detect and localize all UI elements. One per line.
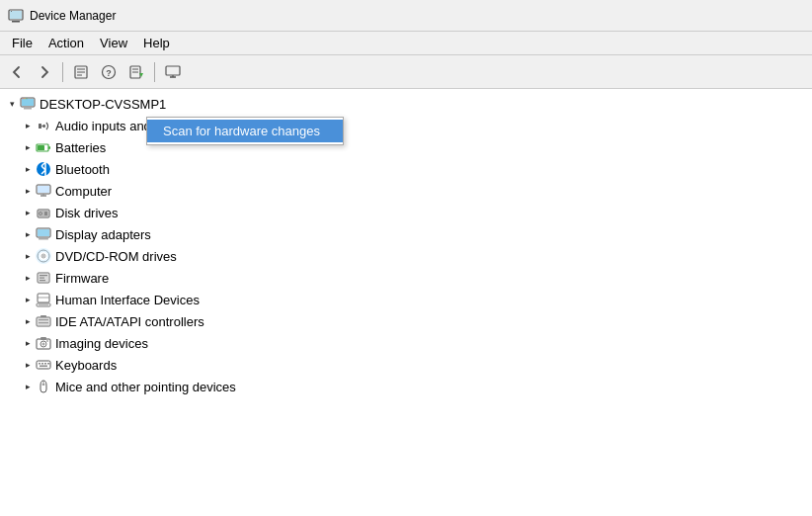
svg-point-22 <box>27 98 28 99</box>
menu-action[interactable]: Action <box>41 34 92 52</box>
disk-icon <box>36 205 51 220</box>
svg-rect-66 <box>47 363 49 365</box>
tree-item-imaging[interactable]: Imaging devices <box>0 332 812 354</box>
ide-icon <box>36 313 51 329</box>
svg-rect-45 <box>40 275 47 276</box>
device-manager-icon <box>8 8 24 24</box>
tree-item-bluetooth[interactable]: Bluetooth <box>0 158 812 180</box>
display-button[interactable] <box>160 59 186 85</box>
expand-dvd-icon <box>20 248 36 264</box>
svg-rect-65 <box>44 363 46 365</box>
svg-point-3 <box>11 11 12 12</box>
expand-audio-icon <box>20 118 36 133</box>
desktop-icon <box>20 96 36 112</box>
tree-item-hid[interactable]: Human Interface Devices <box>0 289 812 310</box>
expand-hid-icon <box>20 292 36 307</box>
context-menu-scan[interactable]: Scan for hardware changes <box>147 120 343 142</box>
mice-icon <box>36 379 51 394</box>
expand-batteries-icon <box>20 139 36 155</box>
svg-rect-64 <box>41 363 43 365</box>
expand-computer-icon <box>20 183 36 199</box>
tree-item-ide[interactable]: IDE ATA/ATAPI controllers <box>0 310 812 332</box>
forward-button[interactable] <box>32 59 57 85</box>
svg-rect-67 <box>40 366 47 368</box>
expand-ide-icon <box>20 313 36 329</box>
svg-point-61 <box>46 340 48 342</box>
computer-icon <box>36 183 51 199</box>
firmware-label: Firmware <box>55 271 109 286</box>
svg-rect-2 <box>10 11 22 19</box>
main-content: DESKTOP-CVSSMP1 Scan for hardware change… <box>0 89 812 516</box>
back-button[interactable] <box>4 59 30 85</box>
tree-item-display[interactable]: Display adapters <box>0 223 812 245</box>
svg-point-21 <box>25 98 26 99</box>
svg-rect-56 <box>41 315 46 317</box>
imaging-icon <box>36 335 51 351</box>
svg-point-42 <box>42 255 44 257</box>
tree-item-keyboards[interactable]: Keyboards <box>0 354 812 376</box>
ide-label: IDE ATA/ATAPI controllers <box>55 314 204 329</box>
menu-view[interactable]: View <box>92 34 135 52</box>
svg-rect-25 <box>38 145 44 150</box>
svg-point-69 <box>42 384 45 386</box>
toolbar-sep-1 <box>62 62 63 82</box>
expand-keyboards-icon <box>20 357 36 373</box>
keyboards-label: Keyboards <box>55 358 117 373</box>
toolbar: ? <box>0 55 812 89</box>
expand-display-icon <box>20 226 36 242</box>
svg-rect-55 <box>39 322 48 323</box>
help-button[interactable]: ? <box>96 59 122 85</box>
expand-root-icon <box>4 96 20 112</box>
expand-bluetooth-icon <box>20 161 36 177</box>
svg-rect-37 <box>38 229 49 236</box>
expand-mice-icon <box>20 379 36 394</box>
imaging-label: Imaging devices <box>55 336 148 351</box>
svg-point-59 <box>42 343 45 346</box>
svg-rect-18 <box>22 99 34 106</box>
svg-rect-34 <box>44 212 47 215</box>
mice-label: Mice and other pointing devices <box>55 380 236 394</box>
tree-item-audio[interactable]: Audio inputs and outputs <box>0 115 812 136</box>
update-driver-button[interactable] <box>123 59 149 85</box>
svg-rect-1 <box>12 21 20 23</box>
tree-item-firmware[interactable]: Firmware <box>0 267 812 289</box>
svg-rect-38 <box>39 238 48 240</box>
dvd-label: DVD/CD-ROM drives <box>55 249 177 264</box>
tree-item-batteries[interactable]: Batteries <box>0 136 812 158</box>
svg-rect-26 <box>48 146 50 149</box>
computer-label: Computer <box>55 184 112 199</box>
tree-root[interactable]: DESKTOP-CVSSMP1 <box>0 93 812 115</box>
root-label: DESKTOP-CVSSMP1 <box>40 97 166 112</box>
expand-firmware-icon <box>20 270 36 286</box>
disk-label: Disk drives <box>55 206 119 220</box>
menu-file[interactable]: File <box>4 34 41 52</box>
svg-rect-14 <box>166 66 180 75</box>
svg-rect-60 <box>41 337 46 340</box>
tree-item-computer[interactable]: Computer <box>0 180 812 202</box>
svg-rect-48 <box>38 294 49 302</box>
svg-rect-19 <box>24 108 32 110</box>
display-label: Display adapters <box>55 227 151 242</box>
toolbar-sep-2 <box>154 62 155 82</box>
svg-point-20 <box>23 98 24 99</box>
hid-label: Human Interface Devices <box>55 293 200 307</box>
svg-text:?: ? <box>106 68 112 78</box>
svg-rect-51 <box>39 304 48 306</box>
tree-item-dvd[interactable]: DVD/CD-ROM drives <box>0 245 812 267</box>
display-icon <box>36 226 51 242</box>
batteries-label: Batteries <box>55 140 106 155</box>
svg-rect-63 <box>39 363 41 365</box>
context-menu: Scan for hardware changes <box>146 117 344 145</box>
title-bar: Device Manager <box>0 0 812 32</box>
menu-help[interactable]: Help <box>135 34 178 52</box>
battery-icon <box>36 139 51 155</box>
firmware-icon <box>36 270 51 286</box>
svg-rect-46 <box>40 278 44 279</box>
bluetooth-icon <box>36 161 51 177</box>
tree-item-disk[interactable]: Disk drives <box>0 202 812 223</box>
bluetooth-label: Bluetooth <box>55 162 110 177</box>
properties-button[interactable] <box>68 59 94 85</box>
keyboard-icon <box>36 357 51 373</box>
audio-icon <box>36 118 51 133</box>
tree-item-mice[interactable]: Mice and other pointing devices <box>0 376 812 397</box>
